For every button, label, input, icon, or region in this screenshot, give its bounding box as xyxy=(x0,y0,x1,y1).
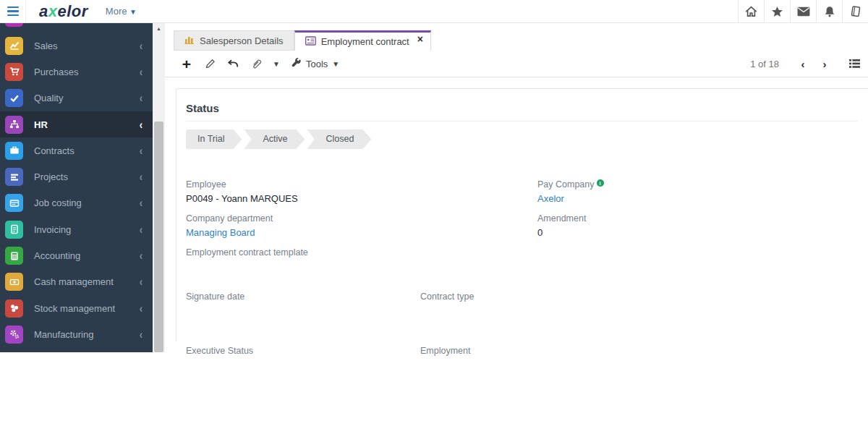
toolbar: + ▼ Tools ▼ 1 of 18 ‹ › xyxy=(165,51,868,77)
sitemap-icon xyxy=(5,116,23,134)
form-panel: Status In Trial Active Closed Employee P… xyxy=(176,88,868,341)
cart-icon xyxy=(5,63,23,81)
mail-icon[interactable] xyxy=(790,0,816,23)
toolbar-right: 1 of 18 ‹ › xyxy=(750,58,861,70)
sidebar-item-label: Purchases xyxy=(34,67,78,77)
sidebar-item-stock-management[interactable]: Stock management ‹ xyxy=(0,295,153,321)
bar-chart-icon xyxy=(184,35,195,46)
gears-icon xyxy=(5,326,23,344)
home-icon[interactable] xyxy=(738,0,764,23)
edit-pencil-icon[interactable] xyxy=(198,53,221,75)
field-contract-type[interactable]: Contract type xyxy=(420,292,858,317)
chevron-left-icon: ‹ xyxy=(140,39,142,52)
new-record-button[interactable]: + xyxy=(175,53,198,75)
close-icon[interactable]: × xyxy=(417,33,423,45)
sidebar-item-projects[interactable]: Projects ‹ xyxy=(0,163,153,190)
more-menu[interactable]: More ▼ xyxy=(106,6,137,17)
section-title: Status xyxy=(186,102,858,122)
id-card-icon xyxy=(305,36,316,48)
tab-salesperson-details[interactable]: Salesperson Details xyxy=(174,30,294,51)
field-value: 0 xyxy=(537,227,858,239)
sidebar-item-label: Job costing xyxy=(34,197,82,208)
chevron-left-icon: ‹ xyxy=(140,328,142,341)
topbar-icons xyxy=(738,0,868,23)
attachment-paperclip-icon[interactable] xyxy=(244,53,268,75)
field-label: Employment contract template xyxy=(186,247,537,258)
tools-menu[interactable]: Tools ▼ xyxy=(291,57,339,70)
sidebar-item-accounting[interactable]: Accounting ‹ xyxy=(0,242,153,268)
scroll-up-icon[interactable]: ▲ xyxy=(153,23,165,34)
status-step-active[interactable]: Active xyxy=(244,129,305,149)
field-signature-date[interactable]: Signature date xyxy=(186,292,420,317)
attachment-dropdown-icon[interactable]: ▼ xyxy=(268,53,285,75)
chevron-left-icon: ‹ xyxy=(140,144,142,157)
sidebar-item-label: HR xyxy=(34,119,48,130)
sidebar-item-quality[interactable]: Quality ‹ xyxy=(0,85,153,111)
star-icon[interactable] xyxy=(764,0,790,23)
field-employee[interactable]: Employee P0049 - Yoann MARQUES xyxy=(186,179,537,205)
sidebar-item-sales[interactable]: Sales ‹ xyxy=(0,33,153,59)
sidebar-item-label: Invoicing xyxy=(34,224,71,235)
field-employment[interactable]: Employment xyxy=(420,346,858,371)
status-step-closed[interactable]: Closed xyxy=(307,129,372,149)
info-icon[interactable]: i xyxy=(597,179,604,187)
chevron-left-icon: ‹ xyxy=(140,197,142,210)
chevron-down-icon: ▼ xyxy=(129,8,137,16)
record-pager: 1 of 18 xyxy=(750,59,779,69)
tab-employment-contract[interactable]: Employment contract × xyxy=(294,30,431,51)
wrench-icon xyxy=(291,57,302,70)
field-value xyxy=(420,359,858,371)
tools-label: Tools xyxy=(306,59,328,69)
field-contract-template[interactable]: Employment contract template xyxy=(186,247,537,273)
sidebar-item-hr[interactable]: HR ‹ xyxy=(0,111,153,137)
bell-icon[interactable] xyxy=(816,0,842,23)
sidebar: Sales ‹ Purchases ‹ Quality ‹ HR ‹ xyxy=(0,23,153,352)
field-grid-bottom: Signature date Contract type Executive S… xyxy=(186,292,858,380)
field-executive-status[interactable]: Executive Status xyxy=(186,346,420,371)
sidebar-item-contracts[interactable]: Contracts ‹ xyxy=(0,137,153,163)
banknote-icon xyxy=(5,273,23,291)
bars-icon xyxy=(5,168,23,186)
field-amendment[interactable]: Amendment 0 xyxy=(537,213,858,239)
chevron-left-icon: ‹ xyxy=(140,171,142,184)
field-label: Executive Status xyxy=(186,346,420,356)
sidebar-item-manufacturing[interactable]: Manufacturing ‹ xyxy=(0,321,153,347)
field-value xyxy=(186,359,420,371)
hamburger-menu-icon[interactable] xyxy=(0,0,26,23)
book-icon[interactable] xyxy=(842,0,868,23)
next-record-icon[interactable]: › xyxy=(814,58,835,70)
field-grid-top: Employee P0049 - Yoann MARQUES Company d… xyxy=(186,179,858,281)
scrollbar-thumb[interactable] xyxy=(154,122,163,352)
chevron-left-icon: ‹ xyxy=(140,250,142,263)
sidebar-item-cash-management[interactable]: Cash management ‹ xyxy=(0,269,153,295)
switch-to-list-icon[interactable] xyxy=(848,59,861,69)
sidebar-item-label: Sales xyxy=(34,41,58,51)
back-undo-icon[interactable] xyxy=(221,53,244,75)
sidebar-item-label: Contracts xyxy=(34,145,75,156)
field-label: Company department xyxy=(186,213,537,224)
partial-menu-icon xyxy=(5,23,23,27)
sidebar-item-purchases[interactable]: Purchases ‹ xyxy=(0,59,153,85)
field-value: P0049 - Yoann MARQUES xyxy=(186,193,537,205)
app-logo[interactable]: axelor xyxy=(39,1,88,22)
field-company-department[interactable]: Company department Managing Board xyxy=(186,213,537,239)
field-label: Pay Companyi xyxy=(537,179,858,190)
sidebar-item-label: Accounting xyxy=(34,250,80,261)
sidebar-item-label: Quality xyxy=(34,93,63,103)
sidebar-scrollbar[interactable]: ▲ xyxy=(153,23,165,352)
tab-label: Employment contract xyxy=(321,36,409,47)
chevron-down-icon: ▼ xyxy=(332,60,339,68)
line-chart-icon xyxy=(5,37,23,55)
status-step-in-trial[interactable]: In Trial xyxy=(186,129,242,149)
boxes-icon xyxy=(5,299,23,318)
briefcase-icon xyxy=(5,142,23,160)
field-value xyxy=(420,305,858,317)
field-value-link[interactable]: Axelor xyxy=(537,193,858,205)
sidebar-item-invoicing[interactable]: Invoicing ‹ xyxy=(0,216,153,242)
sidebar-item-label: Stock management xyxy=(34,303,115,314)
sidebar-item-label: Manufacturing xyxy=(34,329,93,340)
field-value-link[interactable]: Managing Board xyxy=(186,227,537,239)
field-pay-company[interactable]: Pay Companyi Axelor xyxy=(537,179,858,205)
prev-record-icon[interactable]: ‹ xyxy=(792,58,814,70)
sidebar-item-job-costing[interactable]: Job costing ‹ xyxy=(0,190,153,216)
